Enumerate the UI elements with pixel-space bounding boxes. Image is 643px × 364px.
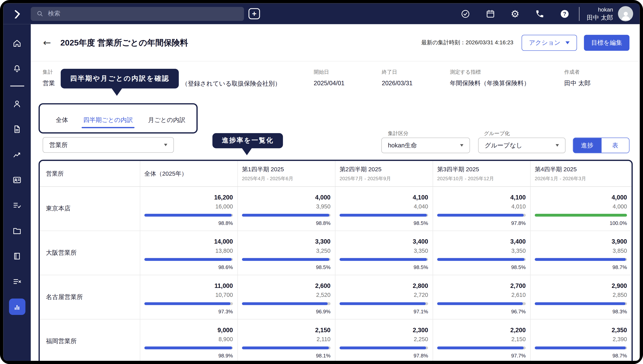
actual-value: 2,610: [437, 290, 526, 300]
progress-bar: [535, 214, 627, 216]
progress-bar-fill: [144, 258, 232, 261]
progress-bar-fill: [340, 214, 427, 216]
gear-icon[interactable]: ⚙: [511, 9, 519, 18]
sidebar-item-contacts[interactable]: [9, 172, 25, 188]
progress-cell: 3,4003,35098.5%: [335, 231, 433, 275]
progress-bar: [144, 214, 233, 216]
help-icon[interactable]: ?: [560, 9, 569, 18]
search-placeholder: 検索: [48, 10, 60, 18]
home-icon: [12, 38, 22, 48]
progress-bar-fill: [242, 214, 329, 216]
table-row: 東京本店16,20016,00098.8%4,0003,95098.8%4,10…: [40, 187, 631, 231]
page-header: ← 2025年度 営業所ごとの年間保険料 最新の集計時刻：2026/03/31 …: [31, 24, 640, 62]
goal-value: 4,000: [535, 192, 627, 202]
sidebar-item-customers[interactable]: [9, 95, 25, 112]
chevron-logo-icon: [12, 9, 22, 18]
sidebar-item-folders[interactable]: [9, 222, 25, 239]
tab-overall[interactable]: 全体: [56, 116, 68, 132]
progress-percent: 98.7%: [535, 352, 627, 360]
goal-value: 2,350: [535, 325, 627, 334]
progress-cell: 4,0004,000100.0%: [531, 187, 631, 231]
contact-card-icon: [12, 175, 22, 184]
sidebar-item-manual[interactable]: [9, 248, 25, 264]
back-button[interactable]: ←: [43, 37, 51, 48]
meta-creator: 作成者 田中 太郎: [564, 62, 590, 94]
search-icon: [36, 10, 44, 18]
actual-value: 4,000: [535, 202, 627, 211]
progress-percent: 98.9%: [144, 352, 233, 360]
progress-cell: 2,8002,72097.1%: [335, 275, 433, 319]
view-toggle-table[interactable]: 表: [601, 138, 629, 153]
action-button[interactable]: アクション: [522, 34, 577, 50]
actual-value: 4,040: [340, 202, 428, 211]
page-title: 2025年度 営業所ごとの年間保険料: [61, 37, 188, 48]
avatar[interactable]: [618, 6, 633, 21]
sidebar-item-home[interactable]: [9, 35, 25, 51]
line-chart-icon: [12, 150, 22, 159]
meta-end-date: 終了日 2026/03/31: [382, 62, 450, 94]
hokan-logo[interactable]: [3, 9, 31, 18]
calendar-icon[interactable]: [486, 9, 495, 18]
progress-bar-fill: [144, 214, 232, 216]
progress-percent: 98.1%: [242, 352, 330, 360]
search-input[interactable]: 検索: [31, 7, 244, 21]
col-office: 営業所: [40, 161, 140, 186]
actual-value: 10,700: [144, 290, 233, 300]
view-toggle-progress[interactable]: 進捗: [573, 138, 601, 153]
office-select[interactable]: 営業所: [43, 137, 174, 153]
actual-value: 13,800: [144, 246, 233, 256]
progress-bar-fill: [535, 214, 627, 216]
callout-tabs-arrow: [111, 88, 123, 96]
progress-cell: 2,2002,15097.7%: [433, 320, 531, 361]
goal-value: 2,900: [535, 281, 627, 290]
progress-bar: [340, 346, 428, 349]
sidebar-item-notifications[interactable]: [9, 60, 25, 76]
actual-value: 2,850: [535, 290, 627, 300]
progress-bar-fill: [535, 258, 626, 261]
table-row: 名古屋営業所11,00010,70097.3%2,6002,52096.9%2,…: [40, 275, 631, 320]
view-toggle: 進捗 表: [573, 138, 629, 153]
tab-monthly[interactable]: 月ごとの内訳: [148, 116, 185, 132]
progress-bar-fill: [144, 346, 232, 349]
col-q4: 第4四半期 2025 2026年1月 - 2026年3月: [531, 161, 631, 186]
col-q1: 第1四半期 2025 2025年4月 - 2025年6月: [238, 161, 335, 186]
sidebar-item-analytics[interactable]: [9, 146, 25, 162]
actual-value: 3,350: [340, 246, 428, 256]
main-content: ← 2025年度 営業所ごとの年間保険料 最新の集計時刻：2026/03/31 …: [31, 24, 640, 361]
progress-percent: 98.5%: [437, 264, 526, 271]
actual-value: 3,950: [242, 202, 330, 211]
progress-percent: 98.8%: [144, 220, 233, 227]
goal-value: 9,000: [144, 325, 233, 334]
progress-percent: 98.7%: [535, 264, 627, 271]
svg-text:?: ?: [563, 11, 566, 17]
add-button[interactable]: +: [249, 8, 260, 19]
progress-bar-fill: [535, 302, 625, 305]
progress-percent: 98.5%: [340, 220, 428, 227]
progress-bar: [144, 302, 233, 305]
chevron-down-icon: [460, 144, 463, 147]
phone-icon[interactable]: [535, 9, 544, 18]
sidebar-item-documents[interactable]: [9, 121, 25, 137]
progress-cell: 3,3003,25098.5%: [238, 231, 335, 275]
office-name: 大阪営業所: [40, 231, 140, 275]
progress-bar-fill: [340, 258, 427, 261]
tab-quarterly[interactable]: 四半期ごとの内訳: [83, 116, 133, 132]
progress-bar: [437, 214, 526, 216]
check-circle-icon[interactable]: [461, 9, 470, 18]
meta-start-date: 開始日 2025/04/01: [314, 62, 382, 94]
sidebar-item-tasks[interactable]: [9, 197, 25, 213]
progress-cell: 4,1004,04098.5%: [335, 187, 433, 231]
topbar-divider: [579, 7, 579, 21]
carrier-select[interactable]: hokan生命: [381, 138, 470, 153]
user-info: hokan 田中 太郎: [587, 6, 613, 21]
progress-bar-fill: [144, 302, 231, 305]
bell-icon: [12, 64, 22, 73]
goal-value: 2,800: [340, 281, 428, 290]
edit-goal-button[interactable]: 目標を編集: [584, 34, 629, 50]
sidebar-item-reports-active[interactable]: [9, 299, 25, 315]
actual-value: 4,010: [437, 202, 526, 211]
sidebar-item-list-settings[interactable]: [9, 273, 25, 290]
progress-bar-fill: [340, 302, 425, 305]
actual-value: 8,900: [144, 334, 233, 344]
grouping-select[interactable]: グループなし: [478, 138, 565, 153]
